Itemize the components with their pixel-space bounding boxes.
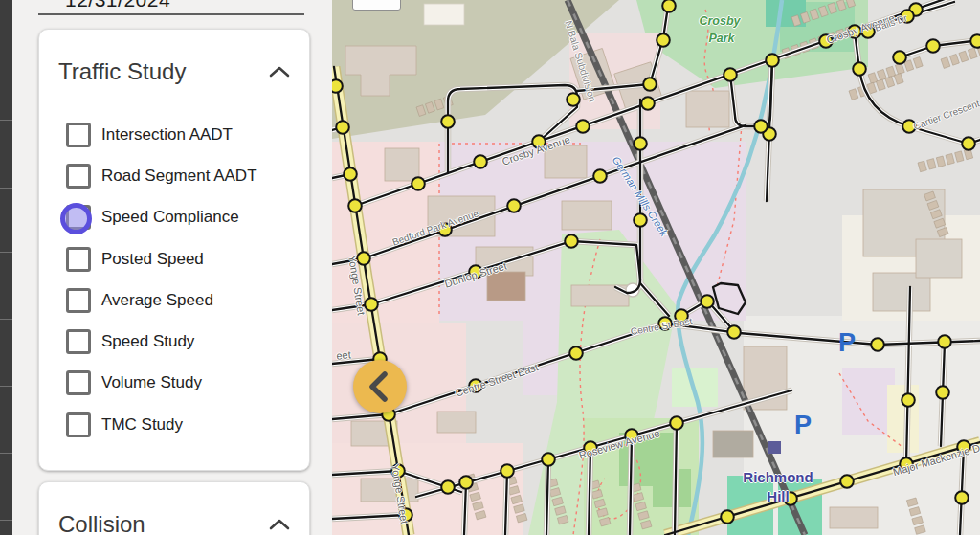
intersection-node-marker[interactable] <box>721 510 734 524</box>
intersection-node-marker[interactable] <box>724 68 737 81</box>
collision-collapse-button[interactable] <box>265 515 294 534</box>
checkbox-row-tmc-study[interactable]: TMC Study <box>66 404 300 445</box>
checkbox-label: Road Segment AADT <box>101 167 257 186</box>
checkbox-row-volume-study[interactable]: Volume Study <box>66 363 300 404</box>
intersection-node-marker[interactable] <box>576 120 590 133</box>
intersection-node-marker[interactable] <box>926 39 940 53</box>
checkbox-average-speed[interactable] <box>66 288 91 313</box>
checkbox-speed-study[interactable] <box>66 329 91 354</box>
intersection-node-marker[interactable] <box>962 137 975 150</box>
intersection-node-marker[interactable] <box>970 34 980 48</box>
railway-station-marker <box>768 441 781 454</box>
intersection-node-marker[interactable] <box>936 386 949 399</box>
intersection-node-marker[interactable] <box>658 317 672 330</box>
checkbox-label: Volume Study <box>101 373 202 392</box>
intersection-node-marker[interactable] <box>391 464 405 478</box>
intersection-node-marker[interactable] <box>657 33 670 47</box>
checkbox-row-average-speed[interactable]: Average Speed <box>66 279 300 321</box>
intersection-node-marker[interactable] <box>784 492 797 505</box>
intersection-node-marker[interactable] <box>542 453 555 466</box>
checkbox-intersection-aadt[interactable] <box>66 123 91 147</box>
traffic-study-collapse-button[interactable] <box>265 62 294 81</box>
checkbox-tmc-study[interactable] <box>66 412 91 437</box>
intersection-node-marker[interactable] <box>365 298 378 311</box>
intersection-node-marker[interactable] <box>336 121 349 134</box>
intersection-node-marker[interactable] <box>567 93 580 106</box>
intersection-node-marker[interactable] <box>727 325 741 339</box>
intersection-node-marker[interactable] <box>344 167 357 181</box>
checkbox-row-intersection-aadt[interactable]: Intersection AADT <box>66 114 300 155</box>
rail-separator <box>0 188 12 189</box>
intersection-node-marker[interactable] <box>643 78 657 91</box>
intersection-node-marker[interactable] <box>459 476 473 489</box>
intersection-node-marker[interactable] <box>593 169 607 183</box>
intersection-node-marker[interactable] <box>900 457 913 471</box>
intersection-node-marker[interactable] <box>957 440 970 454</box>
checkbox-row-speed-study[interactable]: Speed Study <box>66 321 300 362</box>
intersection-node-marker[interactable] <box>634 213 647 227</box>
intersection-node-marker[interactable] <box>861 25 875 38</box>
intersection-node-marker[interactable] <box>819 34 833 48</box>
intersection-node-marker[interactable] <box>853 62 866 76</box>
intersection-node-marker[interactable] <box>332 79 343 93</box>
intersection-node-marker[interactable] <box>501 464 514 478</box>
checkbox-label: Speed Compliance <box>101 208 239 227</box>
intersection-node-marker[interactable] <box>871 338 884 351</box>
intersection-node-marker[interactable] <box>670 416 683 430</box>
checkbox-road-segment-aadt[interactable] <box>66 164 91 189</box>
intersection-node-marker[interactable] <box>754 120 768 133</box>
intersection-node-marker[interactable] <box>399 508 412 522</box>
intersection-node-marker[interactable] <box>532 135 546 148</box>
traffic-study-panel: Traffic Study Intersection AADT Road Seg… <box>38 29 310 471</box>
date-field-underline <box>38 13 304 15</box>
intersection-node-marker[interactable] <box>766 54 779 67</box>
intersection-node-marker[interactable] <box>469 379 482 392</box>
map-control-button-partial[interactable] <box>352 0 401 11</box>
collision-title: Collision <box>58 511 145 535</box>
map-graphic <box>332 0 980 535</box>
collapsed-panel-rail <box>0 0 12 535</box>
intersection-node-marker[interactable] <box>565 234 578 248</box>
intersection-node-marker[interactable] <box>701 295 714 308</box>
checkbox-row-posted-speed[interactable]: Posted Speed <box>66 238 300 279</box>
intersection-node-marker[interactable] <box>412 177 425 190</box>
intersection-node-marker[interactable] <box>634 137 647 150</box>
map-canvas[interactable]: Crosby AvenueCrosby AvenueBedford Park A… <box>332 0 980 535</box>
checkbox-label: Speed Study <box>101 332 194 351</box>
intersection-node-marker[interactable] <box>357 252 370 265</box>
intersection-node-marker[interactable] <box>675 309 688 323</box>
intersection-node-marker[interactable] <box>902 120 916 133</box>
sidebar-collapse-button[interactable] <box>353 360 407 413</box>
checkbox-row-speed-compliance[interactable]: Speed Compliance <box>66 197 300 238</box>
intersection-node-marker[interactable] <box>848 25 861 38</box>
traffic-study-title: Traffic Study <box>58 58 186 85</box>
traffic-study-checkbox-list: Intersection AADT Road Segment AADT Spee… <box>66 114 300 445</box>
intersection-node-marker[interactable] <box>840 475 854 488</box>
intersection-node-marker[interactable] <box>662 0 676 12</box>
intersection-node-marker[interactable] <box>955 491 969 504</box>
intersection-node-marker[interactable] <box>938 335 951 348</box>
click-indicator-ring <box>60 203 92 234</box>
intersection-node-marker[interactable] <box>507 199 521 212</box>
intersection-node-marker[interactable] <box>438 223 452 236</box>
date-field[interactable]: 12/31/2024 <box>38 0 304 13</box>
intersection-node-marker[interactable] <box>902 393 915 407</box>
intersection-node-marker[interactable] <box>625 429 638 442</box>
intersection-node-marker[interactable] <box>348 199 362 212</box>
intersection-node-marker[interactable] <box>893 51 906 64</box>
checkbox-posted-speed[interactable] <box>66 247 91 272</box>
intersection-node-marker[interactable] <box>584 441 597 455</box>
intersection-node-marker[interactable] <box>441 480 455 494</box>
checkbox-row-road-segment-aadt[interactable]: Road Segment AADT <box>66 155 300 196</box>
rail-separator <box>0 386 12 387</box>
intersection-node-marker[interactable] <box>474 155 487 168</box>
rail-separator <box>0 453 12 454</box>
checkbox-label: Average Speed <box>101 291 213 310</box>
intersection-node-marker[interactable] <box>901 10 914 23</box>
intersection-node-marker[interactable] <box>569 346 583 360</box>
intersection-node-marker[interactable] <box>641 97 655 110</box>
intersection-node-marker[interactable] <box>469 265 482 279</box>
checkbox-volume-study[interactable] <box>66 370 91 395</box>
intersection-node-marker[interactable] <box>441 115 455 128</box>
rail-separator <box>0 56 12 56</box>
